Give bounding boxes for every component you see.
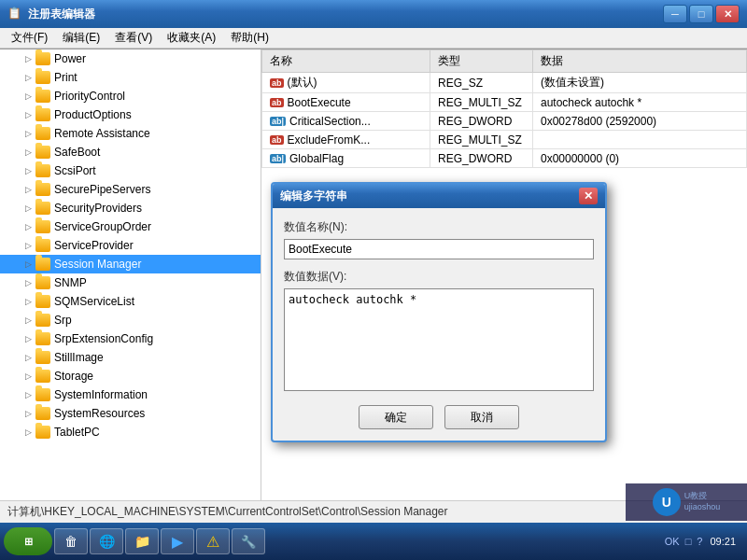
tree-item[interactable]: ▷Remote Assistance bbox=[0, 124, 261, 143]
tree-item[interactable]: ▷StillImage bbox=[0, 348, 261, 367]
watermark: U U教授ujiaoshou bbox=[626, 483, 747, 521]
folder-icon bbox=[35, 202, 50, 215]
tree-item-label: ServiceProvider bbox=[54, 239, 134, 252]
tree-item-label: Print bbox=[54, 71, 78, 84]
tree-item[interactable]: ▷SecurePipeServers bbox=[0, 180, 261, 199]
tree-item[interactable]: ▷ServiceGroupOrder bbox=[0, 217, 261, 236]
folder-icon bbox=[35, 127, 50, 140]
tree-item[interactable]: ▷SecurityProviders bbox=[0, 199, 261, 217]
dialog-title: 编辑多字符串 bbox=[280, 189, 347, 204]
folder-icon bbox=[35, 351, 50, 364]
col-type[interactable]: 类型 bbox=[430, 50, 533, 73]
table-row[interactable]: ab| CriticalSection...REG_DWORD0x00278d0… bbox=[262, 112, 747, 131]
tree-item[interactable]: ▷SystemInformation bbox=[0, 385, 261, 404]
clock: 09:21 bbox=[710, 535, 736, 548]
col-data[interactable]: 数据 bbox=[533, 50, 747, 73]
tree-item-label: Storage bbox=[54, 370, 93, 383]
app-icon: 📋 bbox=[7, 7, 22, 21]
folder-icon bbox=[35, 183, 50, 196]
tree-arrow-icon: ▷ bbox=[22, 333, 34, 344]
taskbar-warning[interactable]: ⚠ bbox=[196, 528, 230, 554]
window-controls: ─ □ ✕ bbox=[663, 5, 740, 23]
menu-view[interactable]: 查看(V) bbox=[107, 28, 160, 48]
taskbar-trash[interactable]: 🗑 bbox=[54, 528, 88, 554]
cell-data: 0x00278d00 (2592000) bbox=[533, 112, 747, 131]
tree-arrow-icon: ▷ bbox=[22, 371, 34, 382]
tree-arrow-icon: ▷ bbox=[22, 221, 34, 232]
tree-arrow-icon: ▷ bbox=[22, 277, 34, 288]
table-row[interactable]: ab| GlobalFlagREG_DWORD0x00000000 (0) bbox=[262, 149, 747, 168]
cell-name: ab (默认) bbox=[262, 73, 430, 93]
tree-item-label: SafeBoot bbox=[54, 146, 100, 159]
close-button[interactable]: ✕ bbox=[715, 5, 740, 23]
folder-icon bbox=[35, 146, 50, 159]
folder-icon bbox=[35, 52, 50, 65]
dialog-ok-button[interactable]: 确定 bbox=[359, 405, 433, 429]
dialog-cancel-button[interactable]: 取消 bbox=[444, 405, 519, 429]
tree-item[interactable]: ▷SNMP bbox=[0, 273, 261, 292]
dialog-name-input[interactable] bbox=[284, 239, 594, 259]
folder-icon bbox=[35, 407, 50, 420]
window-title: 注册表编辑器 bbox=[28, 7, 663, 22]
tree-arrow-icon: ▷ bbox=[22, 389, 34, 400]
tree-arrow-icon: ▷ bbox=[22, 408, 34, 419]
tree-item[interactable]: ▷PriorityControl bbox=[0, 87, 261, 105]
tree-item-label: Session Manager bbox=[54, 258, 141, 271]
taskbar-browser[interactable]: 🌐 bbox=[90, 528, 123, 554]
taskbar-folder[interactable]: 📁 bbox=[125, 528, 159, 554]
minimize-button[interactable]: ─ bbox=[663, 5, 687, 23]
menu-help[interactable]: 帮助(H) bbox=[223, 28, 276, 48]
dialog-body: 数值名称(N): 数值数据(V): 确定 取消 bbox=[273, 208, 605, 441]
watermark-text: U教授ujiaoshou bbox=[684, 491, 721, 512]
registry-tree[interactable]: ▷Power▷Print▷PriorityControl▷ProductOpti… bbox=[0, 49, 261, 500]
edit-dialog[interactable]: 编辑多字符串 ✕ 数值名称(N): 数值数据(V): 确定 取消 bbox=[271, 182, 607, 442]
cell-type: REG_SZ bbox=[430, 73, 533, 93]
tree-item[interactable]: ▷Srp bbox=[0, 311, 261, 329]
dialog-data-textarea[interactable] bbox=[284, 288, 594, 391]
taskbar-media[interactable]: ▶ bbox=[161, 528, 194, 554]
tree-item-label: Power bbox=[54, 52, 86, 65]
start-icon: ⊞ bbox=[24, 536, 33, 548]
tree-item[interactable]: ▷Storage bbox=[0, 367, 261, 385]
table-row[interactable]: ab (默认)REG_SZ(数值未设置) bbox=[262, 73, 747, 93]
tree-item[interactable]: ▷SystemResources bbox=[0, 404, 261, 423]
dialog-close-button[interactable]: ✕ bbox=[579, 188, 598, 204]
tree-item[interactable]: ▷Power bbox=[0, 49, 261, 68]
col-name[interactable]: 名称 bbox=[262, 50, 430, 73]
tree-arrow-icon: ▷ bbox=[22, 91, 34, 102]
media-icon: ▶ bbox=[169, 533, 186, 550]
tree-item-label: PriorityControl bbox=[54, 90, 125, 103]
table-row[interactable]: ab ExcludeFromK...REG_MULTI_SZ bbox=[262, 131, 747, 149]
tree-item-label: SQMServiceList bbox=[54, 295, 134, 308]
menu-edit[interactable]: 编辑(E) bbox=[55, 28, 107, 48]
table-row[interactable]: ab BootExecuteREG_MULTI_SZautocheck auto… bbox=[262, 93, 747, 112]
tree-item[interactable]: ▷SQMServiceList bbox=[0, 292, 261, 311]
folder-icon bbox=[35, 388, 50, 401]
tree-item[interactable]: ▷Session Manager bbox=[0, 255, 261, 273]
tree-item[interactable]: ▷ServiceProvider bbox=[0, 236, 261, 255]
taskbar-square: □ bbox=[685, 536, 692, 547]
tree-item-label: ServiceGroupOrder bbox=[54, 220, 151, 233]
tree-item[interactable]: ▷Print bbox=[0, 68, 261, 87]
taskbar-regedit[interactable]: 🔧 bbox=[232, 528, 265, 554]
taskbar: ⊞ 🗑 🌐 📁 ▶ ⚠ 🔧 OK □ ? U U教授ujiaoshou 09:2… bbox=[0, 523, 747, 560]
maximize-button[interactable]: □ bbox=[689, 5, 713, 23]
tree-item[interactable]: ▷ProductOptions bbox=[0, 105, 261, 124]
tree-item[interactable]: ▷SafeBoot bbox=[0, 143, 261, 161]
dialog-name-label: 数值名称(N): bbox=[284, 219, 594, 235]
dialog-title-bar: 编辑多字符串 ✕ bbox=[273, 184, 605, 208]
tree-item[interactable]: ▷ScsiPort bbox=[0, 161, 261, 180]
folder-icon bbox=[35, 370, 50, 383]
start-button[interactable]: ⊞ bbox=[4, 527, 52, 555]
tree-arrow-icon: ▷ bbox=[22, 147, 34, 158]
tree-item-label: SystemInformation bbox=[54, 388, 148, 401]
folder-icon bbox=[35, 239, 50, 252]
watermark-logo: U bbox=[653, 488, 681, 516]
menu-file[interactable]: 文件(F) bbox=[4, 28, 55, 48]
tree-item[interactable]: ▷SrpExtensionConfig bbox=[0, 329, 261, 348]
menu-favorites[interactable]: 收藏夹(A) bbox=[160, 28, 223, 48]
folder-icon bbox=[35, 314, 50, 327]
tree-item-label: ProductOptions bbox=[54, 108, 132, 121]
taskbar-question: ? bbox=[697, 536, 702, 547]
tree-item[interactable]: ▷TabletPC bbox=[0, 423, 261, 441]
